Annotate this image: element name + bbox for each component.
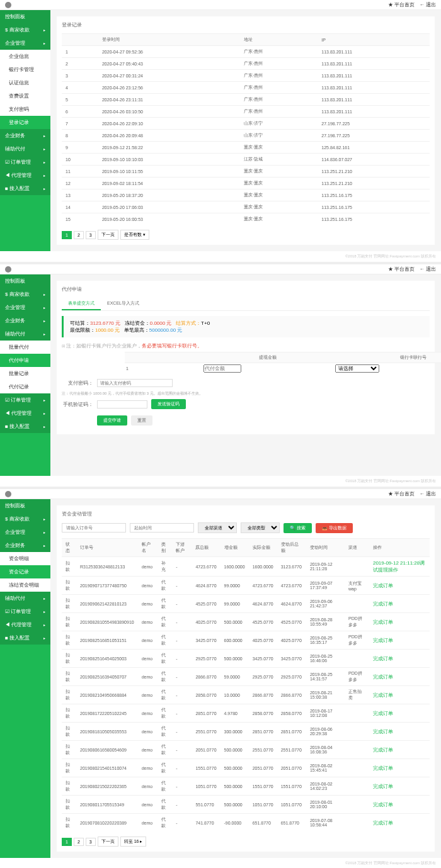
sidebar-item[interactable]: 批量记录: [0, 367, 50, 380]
action-link[interactable]: 完成订单: [373, 674, 393, 680]
table-row: 112019-09-10 10:11:55重庆·重庆113.251.21.210: [62, 166, 430, 178]
table-row: 扣款2019081810505035553demo代款-2551.0770300…: [62, 723, 430, 741]
sidebar-item[interactable]: 资金明细: [0, 552, 50, 565]
action-link[interactable]: 完成订单: [373, 619, 393, 625]
amount-input[interactable]: [203, 364, 241, 373]
sidebar-item[interactable]: 资金记录: [0, 565, 50, 578]
table-row: 扣款201908011705515349demo代款-551.0770500.0…: [62, 796, 430, 814]
sidebar-item[interactable]: 控制面板: [0, 10, 50, 23]
submit-button[interactable]: 提交申请: [97, 415, 127, 426]
logo-icon: [5, 491, 11, 497]
sidebar-item[interactable]: 银行卡管理: [0, 63, 50, 76]
sidebar-item[interactable]: 代付记录: [0, 380, 50, 393]
code-label: 手机验证码：: [62, 401, 93, 408]
password-input[interactable]: [97, 379, 173, 387]
sidebar-item[interactable]: ■ 接入配置▸: [0, 420, 50, 433]
sidebar-item[interactable]: ◀ 代理管理▸: [0, 169, 50, 182]
sidebar-item[interactable]: 控制面板: [0, 499, 50, 512]
sidebar-item[interactable]: $ 商家收款▸: [0, 512, 50, 526]
code-input[interactable]: [97, 400, 147, 409]
send-code-button[interactable]: 发送验证码: [151, 399, 186, 409]
page-button[interactable]: 1: [62, 838, 72, 846]
table-row: 扣款2019081722205102245demo代款-2851.07704.9…: [62, 704, 430, 723]
channel-filter[interactable]: 全部渠道: [198, 522, 237, 533]
sidebar-item[interactable]: 认证信息: [0, 76, 50, 89]
type-filter[interactable]: 全部类型: [241, 522, 280, 533]
page-button[interactable]: 2: [74, 838, 84, 846]
page-button[interactable]: 下一页: [98, 230, 118, 240]
sidebar-item[interactable]: 企业管理▸: [0, 526, 50, 539]
action-link[interactable]: 完成订单: [373, 638, 393, 643]
date-filter[interactable]: [130, 523, 194, 533]
action-link[interactable]: 完成订单: [373, 692, 393, 698]
action-link[interactable]: 完成订单: [373, 729, 393, 735]
sidebar-item[interactable]: 辅助代付▸: [0, 142, 50, 155]
sidebar-item[interactable]: 支付密码: [0, 103, 50, 116]
sidebar-item[interactable]: 企业财务▸: [0, 129, 50, 142]
table-row: 扣款2019082810554983890910demo代款-4025.0770…: [62, 613, 430, 631]
sidebar-item[interactable]: 查费设置: [0, 89, 50, 103]
action-link[interactable]: 完成订单: [373, 711, 393, 716]
action-link[interactable]: 完成订单: [373, 583, 393, 589]
sidebar-item[interactable]: ■ 接入配置▸: [0, 631, 50, 645]
filter-bar: 全部渠道 全部类型 🔍 搜索 📥 导出数据: [62, 522, 430, 533]
search-button[interactable]: 🔍 搜索: [284, 523, 312, 533]
action-link[interactable]: 完成订单: [373, 802, 393, 808]
sidebar-item[interactable]: ☑ 订单管理▸: [0, 155, 50, 169]
page-button[interactable]: 3: [86, 838, 96, 846]
sidebar-item[interactable]: 企业管理▸: [0, 37, 50, 50]
footer: ©2018 万融支付 官网网址:Fastpayment.com 版权所有: [0, 858, 441, 868]
page-button[interactable]: 下一页: [98, 837, 118, 847]
action-link[interactable]: 完成订单: [373, 765, 393, 771]
sidebar-item[interactable]: 企业信息: [0, 50, 50, 63]
sidebar-item[interactable]: ■ 接入配置▸: [0, 182, 50, 195]
sidebar-item[interactable]: 批量代付: [0, 341, 50, 354]
page-button[interactable]: 1: [62, 231, 72, 239]
sidebar-item[interactable]: ◀ 代理管理▸: [0, 618, 50, 631]
funds-table: 状态订单号帐户名类别下游帐户原总额增金额实际金额变动后总额变动时间渠道操作扣款R…: [62, 538, 430, 831]
action-link[interactable]: 2019-09-12 21:11:28调试提现操作: [373, 560, 425, 573]
sidebar-item[interactable]: 控制面板: [0, 274, 50, 288]
table-row: 扣款2019070810220220389demo代款-741.8770-90.…: [62, 814, 430, 832]
bank-select[interactable]: 请选择: [335, 364, 379, 373]
page-size[interactable]: 转至 16 ▸: [120, 837, 147, 847]
home-link[interactable]: ★ 平台首页: [388, 266, 415, 273]
pagination: 123下一页转至 16 ▸: [62, 837, 430, 847]
action-link[interactable]: 完成订单: [373, 601, 393, 607]
sidebar-item[interactable]: 企业财务▸: [0, 314, 50, 327]
sidebar-item[interactable]: 辅助代付▸: [0, 327, 50, 341]
hint: ☒ 注：如银行卡账户行为企业账户，务必要填写银行卡联行号。: [62, 342, 430, 349]
sidebar-item[interactable]: 冻结资金明细: [0, 578, 50, 592]
table-row: 32020-04-27 00:31:24广东·惠州113.83.201.111: [62, 70, 430, 82]
sidebar-item[interactable]: ☑ 订单管理▸: [0, 393, 50, 407]
sidebar-item[interactable]: ◀ 代理管理▸: [0, 407, 50, 420]
tab-form[interactable]: 表单提交方式: [62, 298, 101, 310]
action-link[interactable]: 完成订单: [373, 747, 393, 753]
action-link[interactable]: 完成订单: [373, 656, 393, 662]
logout-link[interactable]: ← 退出: [420, 266, 436, 273]
sidebar-item[interactable]: $ 商家收款▸: [0, 288, 50, 301]
page-title: 登录记录: [62, 21, 430, 28]
page-button[interactable]: 3: [86, 231, 96, 239]
action-link[interactable]: 完成订单: [373, 820, 393, 826]
page-button[interactable]: 2: [74, 231, 84, 239]
logout-link[interactable]: ← 退出: [420, 490, 436, 497]
sidebar-item[interactable]: ☑ 订单管理▸: [0, 605, 50, 618]
sidebar-item[interactable]: 代付申请: [0, 354, 50, 367]
tab-excel[interactable]: EXCEL导入方式: [101, 298, 146, 310]
logo-icon: [5, 2, 11, 8]
sidebar-item[interactable]: 企业管理▸: [0, 301, 50, 314]
page-size[interactable]: 是否有数 ▾: [120, 230, 149, 240]
export-button[interactable]: 📥 导出数据: [316, 523, 353, 533]
table-row: 62020-04-26 03:10:50广东·惠州113.83.201.111: [62, 106, 430, 118]
sidebar-item[interactable]: 辅助代付▸: [0, 592, 50, 605]
action-link[interactable]: 完成订单: [373, 784, 393, 789]
home-link[interactable]: ★ 平台首页: [388, 1, 415, 8]
logout-link[interactable]: ← 退出: [420, 1, 436, 8]
sidebar-item[interactable]: $ 商家收款▸: [0, 23, 50, 37]
sidebar-item[interactable]: 企业财务▸: [0, 539, 50, 552]
home-link[interactable]: ★ 平台首页: [388, 490, 415, 497]
reset-button[interactable]: 重置: [131, 415, 152, 426]
sidebar-item[interactable]: 登录记录: [0, 116, 50, 129]
order-filter[interactable]: [62, 523, 126, 533]
